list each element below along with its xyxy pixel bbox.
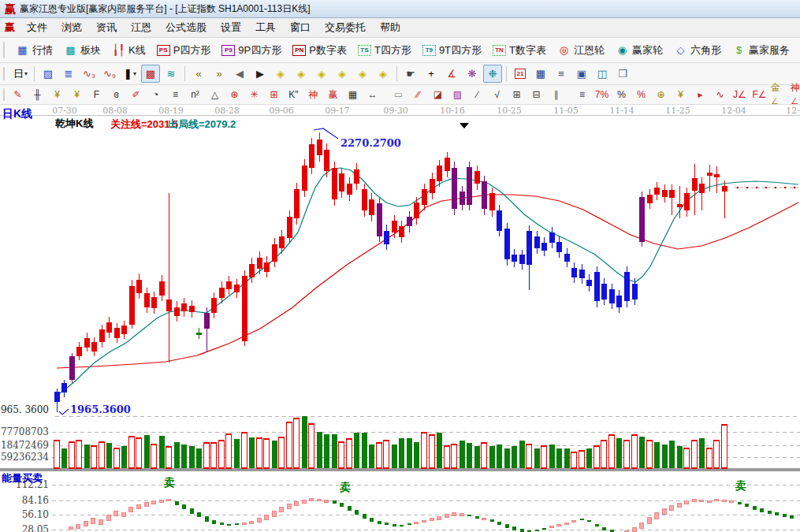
9p-square-button[interactable]: P99P四方形 [217,41,286,60]
menu-item-资讯[interactable]: 资讯 [89,18,124,37]
chart-area[interactable]: 17770870311847246959236234112.2184.1656.… [0,105,800,532]
zoom-out-diamond[interactable]: ◈ [353,65,372,83]
flag-tool[interactable]: △ [206,87,224,103]
nav-prev-button[interactable]: ◀ [230,65,249,83]
gann-shape-tool[interactable]: ❋ [463,65,482,83]
menu-item-江恩[interactable]: 江恩 [124,18,158,37]
region-tool[interactable]: ❉ [483,65,502,83]
p-table-button[interactable]: PNP数字表 [288,41,352,60]
j-angle-tool[interactable]: J∠ [731,87,749,103]
save-tool[interactable]: ▣ [572,65,591,83]
check-tool[interactable]: √ [488,87,506,103]
histogram-tool[interactable]: ≡ [573,87,591,103]
rect-tool[interactable]: ▭ [389,87,407,103]
candlestick-chart[interactable]: 17770870311847246959236234112.2184.1656.… [0,105,800,532]
cycle-tool[interactable]: ◔ [147,87,165,103]
period-selector[interactable]: 日▾ [11,65,30,83]
candle-style-tool[interactable]: ❚▾ [121,65,140,83]
shen-tool[interactable]: 神 [304,87,322,103]
gold-circle-tool[interactable]: ⊕ [652,87,670,103]
pattern-tool[interactable]: ▨ [39,65,58,83]
brush-tool[interactable]: ✐ [127,87,145,103]
menu-item-帮助[interactable]: 帮助 [373,18,407,37]
zoom-in-diamond[interactable]: ◈ [312,65,331,83]
print-tool[interactable]: ❒ [613,65,632,83]
number-grid-tool[interactable]: ▦ [344,87,362,103]
ying-tool[interactable]: 赢 [324,87,342,103]
knife-tool[interactable]: ✎ [9,87,27,103]
menu-item-公式选股[interactable]: 公式选股 [158,18,214,37]
menu-item-交易委托[interactable]: 交易委托 [318,18,373,37]
notes-tool[interactable]: ≡ [552,65,571,83]
t-square-button[interactable]: TST四方形 [353,41,416,60]
volume-profile-tool[interactable]: ≋ [162,65,180,83]
shen-angle-tool[interactable]: 神∠ [790,87,800,103]
export-tool[interactable]: ◫ [593,65,612,83]
zoom-left-diamond[interactable]: ◈ [271,65,290,83]
winner-wheel-button[interactable]: ◉赢家轮 [611,41,668,60]
hexagon-button[interactable]: ◇六角形 [669,41,726,60]
percent-line-tool-icon: % [637,89,646,100]
grid-b-tool[interactable]: ⊟ [527,87,545,103]
menu-item-浏览[interactable]: 浏览 [54,18,89,37]
menu-item-文件[interactable]: 文件 [20,18,54,37]
nav-next-button[interactable]: ▶ [251,65,270,83]
toolbar-label: T四方形 [374,43,411,58]
n2-tool[interactable]: n² [186,87,204,103]
grid-web-tool[interactable]: ⊞ [265,87,283,103]
nav-last-button[interactable]: » [210,65,229,83]
list-tool[interactable]: ≣ [59,65,78,83]
nav-first-button[interactable]: « [189,65,208,83]
fan-box-tool[interactable]: ◪ [429,87,447,103]
toolbar-label: 赢家轮 [632,43,663,58]
quotes-button[interactable]: ▦行情 [11,41,58,60]
qiankun-kline-label: 乾坤K线 [55,117,93,131]
winner-service-button[interactable]: $赢家服务 [727,41,794,60]
hand-tool[interactable]: ☛ [401,65,420,83]
spiral-tool[interactable]: ɞ [107,87,125,103]
qiankun-kline-tool[interactable]: ▩ [141,65,160,83]
t-table-button[interactable]: TNT数字表 [488,41,551,60]
trend-line-tool[interactable]: ∕ [468,87,486,103]
gold-ruler2-tool[interactable]: ¥ [68,87,86,103]
menu-item-工具[interactable]: 工具 [248,18,283,37]
zoom-cross-diamond[interactable]: ◈ [333,65,352,83]
strike7-tool[interactable]: 7% [593,87,611,103]
tick-ruler-tool[interactable]: ≡ [166,87,184,103]
9t-square-button[interactable]: T99T四方形 [418,41,486,60]
span-tool[interactable]: ↔ [363,87,381,103]
zoom-horizontal-diamond[interactable]: ◈ [292,65,311,83]
calendar-tool[interactable]: 21 [511,65,530,83]
trend-line-tool-icon: ∕ [476,89,478,100]
percent-tool[interactable]: % [612,87,631,103]
p-square-button[interactable]: PSP四方形 [152,41,216,60]
star-web-tool[interactable]: ✳ [245,87,263,103]
angle-tool[interactable]: ∡ [442,65,461,83]
percent-line-tool[interactable]: % [632,87,650,103]
wave9-tool[interactable]: ∿₉ [100,65,119,83]
gold-line-tool[interactable]: ¥ [672,87,690,103]
gann-wheel-button[interactable]: ◎江恩轮 [553,41,609,60]
menu-item-窗口[interactable]: 窗口 [283,18,318,37]
gold-angle-tool[interactable]: 金∠ [770,87,788,103]
f-ruler-tool[interactable]: F [87,87,106,103]
comb-ruler-tool[interactable]: ╫ [28,87,47,103]
fan-tool[interactable]: ∕∕ [409,87,427,103]
kline-button[interactable]: ╽╿K线 [107,41,151,60]
marker-tool[interactable]: ▸ [691,87,709,103]
k-quote-tool[interactable]: K″ [285,87,303,103]
calculator-tool[interactable]: ▦ [531,65,550,83]
parallel-tool[interactable]: ∥ [547,87,565,103]
wave3-tool[interactable]: ∿₃ [80,65,99,83]
web-box-tool[interactable]: ▨ [448,87,467,103]
sectors-button[interactable]: ▩板块 [59,41,106,60]
gold-ruler-tool[interactable]: ¥ [48,87,66,103]
menu-item-设置[interactable]: 设置 [214,18,248,37]
star-web-tool-icon: ✳ [250,89,258,100]
crosshair-tool[interactable]: + [422,65,441,83]
compass-tool[interactable]: ⊕ [225,87,244,103]
zoom-full-diamond[interactable]: ◈ [374,65,393,83]
wave-cross-tool[interactable]: ∿ [711,87,729,103]
grid-a-tool[interactable]: ⊞ [508,87,526,103]
f-angle-tool[interactable]: F∠ [750,87,768,103]
